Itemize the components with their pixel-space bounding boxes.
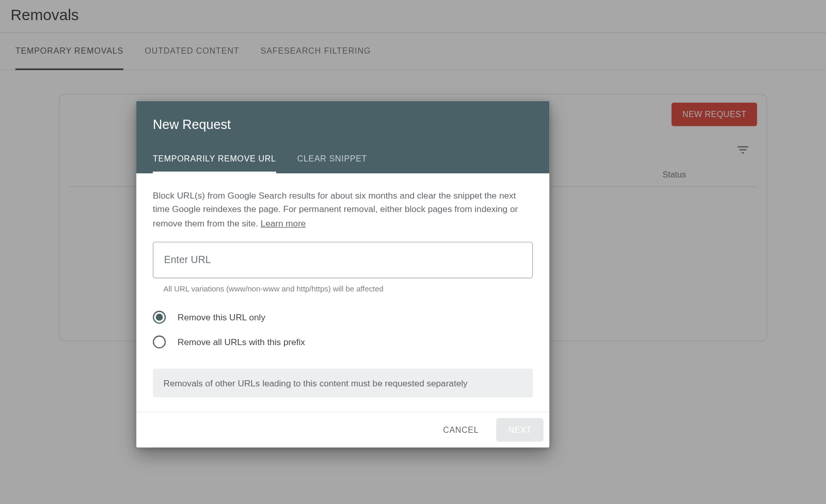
modal-body: Block URL(s) from Google Search results … — [136, 173, 549, 411]
modal-note: Removals of other URLs leading to this c… — [153, 368, 533, 397]
modal-header: New Request TEMPORARILY REMOVE URL CLEAR… — [136, 101, 549, 173]
modal-tab-label: TEMPORARILY REMOVE URL — [153, 154, 276, 163]
url-input-helper: All URL variations (www/non-www and http… — [164, 284, 533, 293]
modal-description: Block URL(s) from Google Search results … — [153, 189, 533, 230]
modal-tabs: TEMPORARILY REMOVE URL CLEAR SNIPPET — [153, 147, 533, 173]
radio-label: Remove all URLs with this prefix — [178, 337, 305, 347]
new-request-modal: New Request TEMPORARILY REMOVE URL CLEAR… — [136, 101, 549, 447]
modal-tab-temporarily-remove-url[interactable]: TEMPORARILY REMOVE URL — [153, 147, 276, 173]
radio-label: Remove this URL only — [178, 312, 265, 322]
url-input[interactable] — [153, 241, 533, 278]
description-text: Block URL(s) from Google Search results … — [153, 190, 518, 228]
radio-remove-all-urls-with-prefix[interactable]: Remove all URLs with this prefix — [153, 330, 533, 354]
modal-footer: CANCEL NEXT — [136, 412, 549, 448]
next-button[interactable]: NEXT — [497, 418, 544, 442]
modal-tab-clear-snippet[interactable]: CLEAR SNIPPET — [297, 147, 367, 173]
radio-icon — [153, 335, 166, 348]
modal-tab-label: CLEAR SNIPPET — [297, 154, 367, 163]
radio-remove-this-url-only[interactable]: Remove this URL only — [153, 305, 533, 330]
modal-title: New Request — [153, 117, 533, 133]
cancel-button[interactable]: CANCEL — [433, 418, 489, 442]
learn-more-link[interactable]: Learn more — [261, 218, 306, 227]
radio-icon — [153, 311, 166, 323]
